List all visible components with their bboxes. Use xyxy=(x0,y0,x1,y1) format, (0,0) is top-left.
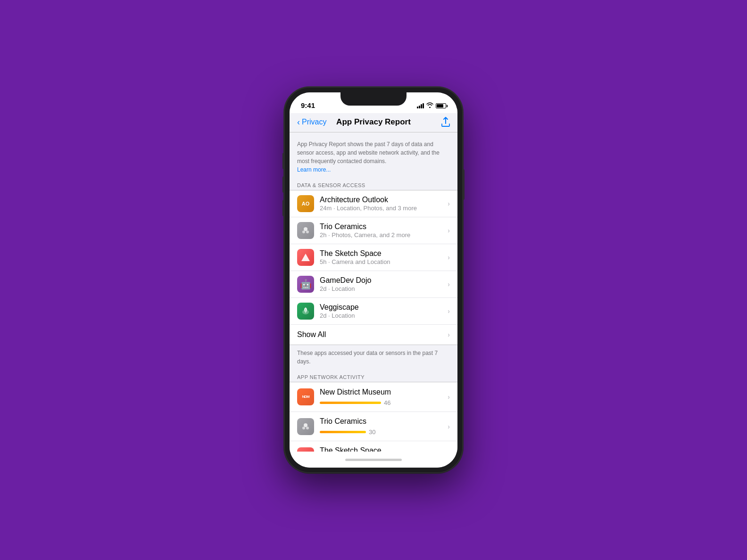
activity-bar xyxy=(320,431,366,433)
app-subtitle: 2d · Location xyxy=(320,285,444,292)
learn-more-link[interactable]: Learn more... xyxy=(297,166,331,173)
app-info: Trio Ceramics 30 xyxy=(320,417,444,436)
svg-point-6 xyxy=(306,427,309,429)
app-icon-ndm: NDM xyxy=(297,388,314,405)
activity-bar-row: 46 xyxy=(320,399,444,406)
network-section-header: APP NETWORK ACTIVITY xyxy=(290,371,457,382)
app-icon-trio-2 xyxy=(297,418,314,435)
show-all-label: Show All xyxy=(297,330,444,339)
notch xyxy=(340,92,407,106)
status-icons xyxy=(417,102,446,109)
app-name: Architecture Outlook xyxy=(320,196,444,204)
app-info: The Sketch Space 5h · Camera and Locatio… xyxy=(320,249,444,265)
wifi-icon xyxy=(426,102,433,109)
app-icon-ao: AO xyxy=(297,195,314,212)
chevron-right-icon: › xyxy=(448,331,450,338)
activity-bar-row: 30 xyxy=(320,428,444,436)
network-activity-list: NDM New District Museum 46 › xyxy=(290,382,457,452)
list-item[interactable]: Trio Ceramics 2h · Photos, Camera, and 2… xyxy=(290,217,457,244)
list-item[interactable]: Trio Ceramics 30 › xyxy=(290,412,457,441)
activity-count: 30 xyxy=(369,428,378,436)
app-name: GameDev Dojo xyxy=(320,276,444,285)
home-bar xyxy=(345,459,402,461)
app-info: Trio Ceramics 2h · Photos, Camera, and 2… xyxy=(320,222,444,239)
intro-text: App Privacy Report shows the past 7 days… xyxy=(297,140,450,174)
app-info: The Sketch Space 25 xyxy=(320,446,444,452)
app-subtitle: 2d · Location xyxy=(320,312,444,319)
svg-point-4 xyxy=(304,423,307,427)
chevron-right-icon: › xyxy=(448,200,450,207)
show-all-button[interactable]: Show All › xyxy=(290,324,457,345)
intro-section: App Privacy Report shows the past 7 days… xyxy=(290,132,457,180)
app-name: Trio Ceramics xyxy=(320,417,444,426)
app-name: The Sketch Space xyxy=(320,446,444,452)
svg-point-1 xyxy=(302,231,305,233)
app-subtitle: 5h · Camera and Location xyxy=(320,258,444,265)
app-icon-trio xyxy=(297,222,314,239)
app-icon-sketch-2 xyxy=(297,447,314,452)
list-item[interactable]: The Sketch Space 25 › xyxy=(290,441,457,452)
app-subtitle: 24m · Location, Photos, and 3 more xyxy=(320,205,444,212)
chevron-right-icon: › xyxy=(448,227,450,234)
app-info: New District Museum 46 xyxy=(320,388,444,406)
chevron-right-icon: › xyxy=(448,423,450,430)
app-name: The Sketch Space xyxy=(320,249,444,258)
share-button[interactable] xyxy=(412,117,450,127)
chevron-right-icon: › xyxy=(448,393,450,401)
list-item[interactable]: NDM New District Museum 46 › xyxy=(290,382,457,412)
chevron-right-icon: › xyxy=(448,254,450,261)
activity-bar xyxy=(320,402,381,404)
back-chevron-icon: ‹ xyxy=(297,118,300,126)
back-button[interactable]: ‹ Privacy xyxy=(297,118,335,126)
svg-point-5 xyxy=(302,427,305,429)
back-label: Privacy xyxy=(302,118,326,126)
app-icon-gamedev: 🤖 xyxy=(297,276,314,293)
app-name: Trio Ceramics xyxy=(320,222,444,231)
app-info: GameDev Dojo 2d · Location xyxy=(320,276,444,292)
app-icon-veggi xyxy=(297,303,314,320)
data-sensor-footer: These apps accessed your data or sensors… xyxy=(290,345,457,371)
home-indicator xyxy=(290,452,457,468)
app-subtitle: 2h · Photos, Camera, and 2 more xyxy=(320,231,444,239)
svg-point-0 xyxy=(304,227,307,231)
phone-screen: 9:41 xyxy=(290,92,457,468)
phone-frame: 9:41 xyxy=(284,87,463,473)
signal-icon xyxy=(417,103,424,108)
chevron-right-icon: › xyxy=(448,280,450,288)
data-sensor-list: AO Architecture Outlook 24m · Location, … xyxy=(290,190,457,345)
content-area: App Privacy Report shows the past 7 days… xyxy=(290,132,457,452)
list-item[interactable]: The Sketch Space 5h · Camera and Locatio… xyxy=(290,244,457,271)
app-name: New District Museum xyxy=(320,388,444,396)
app-info: Veggiscape 2d · Location xyxy=(320,303,444,319)
app-icon-sketch xyxy=(297,249,314,266)
chevron-right-icon: › xyxy=(448,307,450,315)
app-info: Architecture Outlook 24m · Location, Pho… xyxy=(320,196,444,212)
app-name: Veggiscape xyxy=(320,303,444,312)
page-title: App Privacy Report xyxy=(335,117,412,127)
svg-point-2 xyxy=(306,231,309,233)
activity-count: 46 xyxy=(384,399,393,406)
nav-bar: ‹ Privacy App Privacy Report xyxy=(290,113,457,132)
data-sensor-header: DATA & SENSOR ACCESS xyxy=(290,180,457,190)
phone-body: 9:41 xyxy=(284,87,463,473)
battery-icon xyxy=(436,103,446,108)
list-item[interactable]: AO Architecture Outlook 24m · Location, … xyxy=(290,190,457,217)
list-item[interactable]: 🤖 GameDev Dojo 2d · Location › xyxy=(290,271,457,297)
list-item[interactable]: Veggiscape 2d · Location › xyxy=(290,297,457,324)
